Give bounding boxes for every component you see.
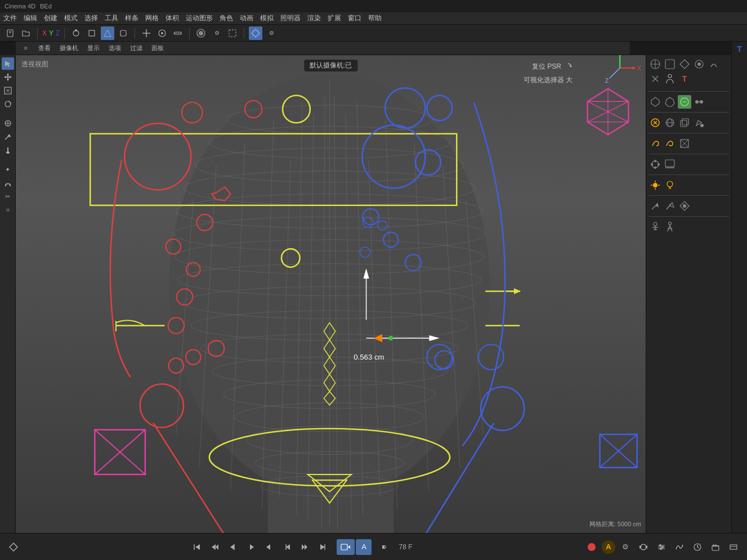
r-muscle2-tool[interactable] [663, 137, 677, 150]
r-bulb-tool[interactable] [663, 178, 677, 192]
menu-mode[interactable]: 模式 [64, 14, 78, 23]
menu-window[interactable]: 窗口 [348, 14, 361, 23]
clapper-btn[interactable] [708, 539, 723, 555]
r-tool-4[interactable] [692, 57, 706, 71]
fps-btn[interactable] [690, 539, 705, 555]
next-frame-btn[interactable] [279, 539, 295, 555]
r-snap-tool2[interactable] [678, 199, 691, 213]
r-ico-tool[interactable] [648, 95, 662, 109]
r-sun-tool[interactable] [648, 178, 662, 192]
motion-path-btn[interactable] [672, 539, 687, 555]
magnet-tool[interactable] [2, 177, 14, 189]
face-mode-btn[interactable] [101, 26, 114, 40]
paint-tool[interactable] [2, 117, 14, 129]
orange-a-btn[interactable]: A [602, 540, 615, 554]
rotate-tool[interactable] [2, 98, 14, 110]
transform-btn3[interactable] [171, 26, 185, 40]
settings-btn[interactable]: ⚙ [618, 539, 633, 555]
sound-btn[interactable] [377, 539, 393, 555]
snap-settings-btn[interactable]: ⚙ [265, 26, 278, 40]
menu-simulate[interactable]: 模拟 [260, 14, 274, 23]
edge-mode-btn[interactable] [85, 26, 99, 40]
r-muscle-tool[interactable] [648, 137, 662, 150]
bottom-diamond[interactable] [6, 539, 21, 555]
play-fwd-btn[interactable] [261, 539, 277, 555]
r-node-tool[interactable] [648, 158, 662, 171]
new-btn[interactable] [3, 26, 17, 40]
menu-character[interactable]: 角色 [220, 14, 233, 23]
prev-key-btn[interactable] [207, 539, 223, 555]
menu-create[interactable]: 创建 [44, 14, 57, 23]
psr-reset-btn[interactable]: 复位 PSR [532, 62, 572, 71]
auto-key-btn[interactable]: A [356, 539, 372, 555]
r-tool-5[interactable] [707, 57, 721, 71]
snap-btn[interactable] [249, 26, 262, 40]
r-tool-6[interactable] [648, 72, 662, 86]
r-world-tool[interactable] [663, 116, 677, 129]
viewport-3d[interactable]: 0.563 cm X Y Z 透视视图 默认摄像机:已 [16, 55, 646, 533]
open-btn[interactable] [19, 26, 33, 40]
next-key-btn[interactable] [297, 539, 313, 555]
final-btn[interactable] [726, 539, 741, 555]
render-settings-btn[interactable]: ⚙ [210, 26, 223, 40]
r-copy-tool[interactable] [678, 116, 691, 129]
selection-tool[interactable] [2, 57, 14, 70]
menu-file[interactable]: 文件 [3, 14, 17, 23]
menu-edit[interactable]: 编辑 [24, 14, 37, 23]
r-person-tool[interactable] [663, 72, 677, 86]
render-btn[interactable] [194, 26, 208, 40]
camera-menu[interactable]: 摄像机 [56, 43, 82, 53]
red-circle-btn[interactable] [584, 539, 600, 555]
r-ico2-tool[interactable] [663, 95, 677, 109]
menu-select[interactable]: 选择 [84, 14, 98, 23]
menu-extend[interactable]: 扩展 [328, 14, 341, 23]
r-orange-tool[interactable] [648, 116, 662, 129]
menu-help[interactable]: 帮助 [368, 14, 382, 23]
r-tool-3[interactable] [678, 57, 691, 71]
loop-btn[interactable] [636, 539, 651, 555]
go-start-btn[interactable] [189, 539, 205, 555]
menu-volume[interactable]: 体积 [165, 14, 179, 23]
menu-mesh[interactable]: 网格 [145, 14, 159, 23]
r-char-rig[interactable] [663, 220, 677, 234]
brush-tool[interactable] [2, 144, 14, 156]
menu-render[interactable]: 渲染 [307, 14, 321, 23]
r-connect-tool[interactable] [692, 95, 706, 109]
menu-motion[interactable]: 运动图形 [186, 14, 213, 23]
r-pen-tool2[interactable] [648, 199, 662, 213]
prev-frame-btn[interactable] [225, 539, 241, 555]
view-menu[interactable]: 查看 [35, 43, 54, 53]
panel-menu[interactable]: 面板 [148, 43, 167, 53]
timeline-btn[interactable] [654, 539, 669, 555]
object-mode-btn[interactable] [117, 26, 130, 40]
r-script-tool[interactable] [663, 199, 677, 213]
r-green-tool[interactable] [678, 95, 691, 109]
record-mode-btn[interactable] [337, 539, 355, 555]
menu-lighting[interactable]: 照明器 [280, 14, 301, 23]
r-tool-2[interactable] [663, 57, 677, 71]
play-back-btn[interactable] [243, 539, 259, 555]
transform-btn2[interactable] [155, 26, 169, 40]
options-menu[interactable]: 选项 [105, 43, 124, 53]
viewport-menu-btn[interactable]: ≡ [19, 42, 33, 55]
transform-btn1[interactable] [140, 26, 153, 40]
r-paint-bucket[interactable] [692, 116, 706, 129]
pen-tool[interactable] [2, 131, 14, 143]
filter-menu[interactable]: 过滤 [127, 43, 146, 53]
r-scene-tool[interactable] [663, 158, 677, 171]
r-rect-tool[interactable] [678, 137, 691, 150]
go-end-btn[interactable] [315, 539, 331, 555]
render-region-btn[interactable] [226, 26, 239, 40]
menu-spline[interactable]: 样条 [125, 14, 138, 23]
menu-animation[interactable]: 动画 [240, 14, 253, 23]
r-char-node[interactable] [648, 220, 662, 234]
r-icon-top4[interactable]: T [733, 43, 746, 55]
cut-tool[interactable]: ✂ [2, 190, 14, 203]
scale-tool[interactable] [2, 84, 14, 97]
display-menu[interactable]: 显示 [84, 43, 103, 53]
r-letter-tool[interactable]: T [678, 72, 691, 86]
move-tool[interactable] [2, 71, 14, 83]
point-mode-btn[interactable] [69, 26, 83, 40]
menu-tools[interactable]: 工具 [105, 14, 118, 23]
r-tool-1[interactable] [648, 57, 662, 71]
